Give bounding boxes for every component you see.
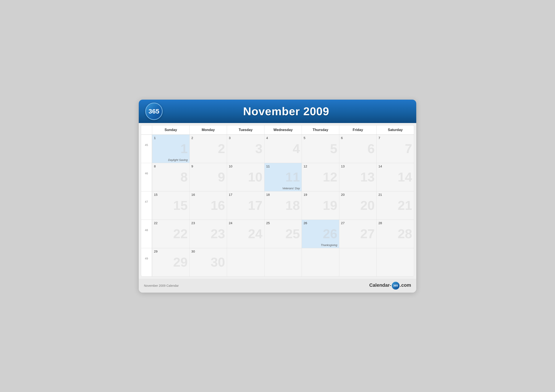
calendar-cell-18[interactable]: 1818 — [264, 192, 302, 220]
cell-date-number: 6 — [341, 136, 343, 140]
cell-bg-number: 4 — [293, 142, 300, 155]
week-number-2: 47 — [141, 192, 152, 220]
cell-bg-number: 21 — [398, 199, 412, 212]
calendar-cell-15[interactable]: 1515 — [152, 192, 190, 220]
calendar-footer: November 2009 Calendar Calendar-365.com — [139, 279, 416, 292]
cell-date-number: 1 — [154, 136, 156, 140]
calendar-cell-25[interactable]: 2525 — [264, 220, 302, 248]
week-number-3: 48 — [141, 220, 152, 248]
cell-date-number: 20 — [341, 193, 345, 196]
cell-date-number: 22 — [154, 221, 158, 225]
cell-bg-number: 8 — [180, 171, 188, 184]
cell-date-number: 2 — [191, 136, 193, 140]
calendar-cell-4[interactable]: 44 — [264, 135, 302, 163]
calendar-cell-2[interactable]: 22 — [190, 135, 227, 163]
cell-bg-number: 24 — [248, 228, 263, 240]
logo-text: 365 — [148, 108, 159, 115]
calendar-cell-8[interactable]: 88 — [152, 163, 190, 191]
calendar-cell-19[interactable]: 1919 — [302, 192, 339, 220]
calendar-cell-22[interactable]: 2222 — [152, 220, 190, 248]
cell-bg-number: 5 — [330, 142, 337, 155]
cell-date-number: 25 — [266, 221, 270, 225]
calendar-title: November 2009 — [163, 105, 410, 118]
cell-bg-number: 2 — [218, 142, 225, 155]
footer-365-circle: 365 — [392, 282, 400, 290]
cell-date-number: 19 — [304, 193, 307, 196]
cell-date-number: 15 — [154, 193, 158, 196]
calendar-cell-16[interactable]: 1616 — [190, 192, 227, 220]
calendar-cell-20[interactable]: 2020 — [339, 192, 377, 220]
calendar-cell-6[interactable]: 66 — [339, 135, 377, 163]
cell-date-number: 24 — [229, 221, 232, 225]
week-number-0: 45 — [141, 135, 152, 163]
cell-event-label: Veterans' Day — [283, 187, 300, 190]
calendar-cell-14[interactable]: 1414 — [376, 163, 414, 191]
calendar-cell-17[interactable]: 1717 — [227, 192, 264, 220]
cell-bg-number: 16 — [211, 199, 225, 212]
calendar-cell-empty-6 — [376, 248, 414, 276]
calendar-cell-5[interactable]: 55 — [302, 135, 339, 163]
cell-date-number: 21 — [378, 193, 382, 196]
cell-bg-number: 15 — [173, 199, 188, 212]
cell-event-label: Daylight Saving — [168, 158, 188, 162]
calendar-cell-9[interactable]: 99 — [190, 163, 227, 191]
cell-bg-number: 17 — [248, 199, 263, 212]
cell-date-number: 23 — [191, 221, 195, 225]
calendar-cell-26[interactable]: 2626Thanksgiving — [302, 220, 339, 248]
calendar-cell-28[interactable]: 2828 — [376, 220, 414, 248]
calendar-cell-3[interactable]: 33 — [227, 135, 264, 163]
cell-bg-number: 3 — [255, 142, 262, 155]
week-number-4: 49 — [141, 248, 152, 276]
cell-date-number: 14 — [378, 164, 382, 168]
calendar-cell-29[interactable]: 2929 — [152, 248, 190, 276]
cell-bg-number: 14 — [398, 171, 412, 184]
cell-bg-number: 25 — [285, 228, 300, 240]
cell-bg-number: 28 — [398, 228, 412, 240]
cell-date-number: 27 — [341, 221, 345, 225]
days-header: SundayMondayTuesdayWednesdayThursdayFrid… — [141, 125, 414, 135]
day-header-monday: Monday — [190, 125, 227, 135]
calendar-cell-24[interactable]: 2424 — [227, 220, 264, 248]
calendar-body: SundayMondayTuesdayWednesdayThursdayFrid… — [141, 125, 414, 277]
cell-date-number: 12 — [304, 164, 307, 168]
cell-date-number: 16 — [191, 193, 195, 196]
cell-date-number: 9 — [191, 164, 193, 168]
calendar-cell-10[interactable]: 1010 — [227, 163, 264, 191]
cell-event-label: Thanksgiving — [321, 243, 337, 247]
calendar-container: 365 November 2009 SundayMondayTuesdayWed… — [139, 100, 416, 292]
logo-circle: 365 — [145, 103, 163, 120]
cell-bg-number: 27 — [360, 228, 375, 240]
cell-date-number: 17 — [229, 193, 232, 196]
calendar-cell-12[interactable]: 1212 — [302, 163, 339, 191]
cell-bg-number: 20 — [360, 199, 375, 212]
calendar-cell-13[interactable]: 1313 — [339, 163, 377, 191]
cell-bg-number: 7 — [405, 142, 412, 155]
cell-date-number: 3 — [229, 136, 230, 140]
calendar-cell-empty-4 — [302, 248, 339, 276]
footer-brand-text: Calendar-365.com — [369, 282, 411, 290]
calendar-cell-empty-3 — [264, 248, 302, 276]
footer-left-text: November 2009 Calendar — [144, 284, 179, 287]
calendar-cell-11[interactable]: 1111Veterans' Day — [264, 163, 302, 191]
calendar-cell-27[interactable]: 2727 — [339, 220, 377, 248]
calendar-grid: 4511Daylight Saving223344556677468899101… — [141, 135, 414, 276]
cell-date-number: 8 — [154, 164, 156, 168]
calendar-cell-1[interactable]: 11Daylight Saving — [152, 135, 190, 163]
day-header-friday: Friday — [339, 125, 377, 135]
cell-bg-number: 18 — [285, 199, 300, 212]
cell-date-number: 5 — [304, 136, 305, 140]
cell-bg-number: 9 — [218, 171, 225, 184]
calendar-cell-30[interactable]: 3030 — [190, 248, 227, 276]
day-header-saturday: Saturday — [376, 125, 414, 135]
calendar-row-3: 4822222323242425252626Thanksgiving272728… — [141, 220, 414, 248]
calendar-header: 365 November 2009 — [139, 100, 416, 123]
cell-bg-number: 6 — [367, 142, 375, 155]
cell-bg-number: 19 — [323, 199, 337, 212]
cell-bg-number: 29 — [173, 256, 188, 269]
cell-bg-number: 23 — [211, 228, 225, 240]
calendar-cell-23[interactable]: 2323 — [190, 220, 227, 248]
calendar-row-4: 4929293030 — [141, 248, 414, 276]
cell-bg-number: 10 — [248, 171, 263, 184]
calendar-cell-21[interactable]: 2121 — [376, 192, 414, 220]
calendar-cell-7[interactable]: 77 — [376, 135, 414, 163]
